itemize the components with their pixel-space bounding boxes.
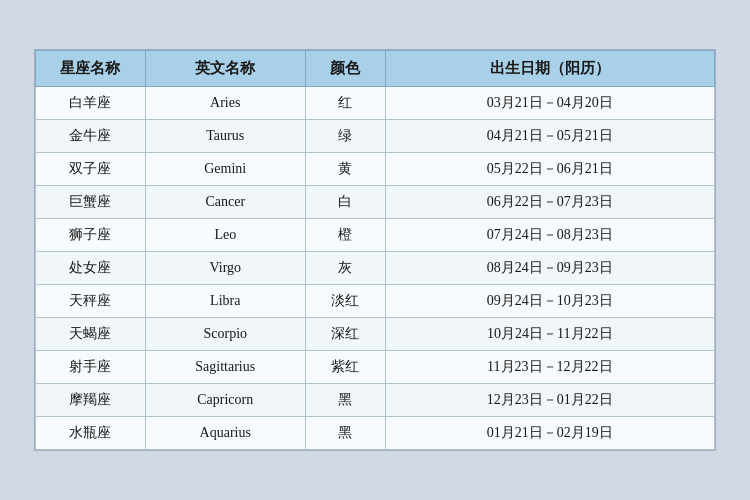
header-chinese: 星座名称 <box>36 51 146 87</box>
cell-color: 橙 <box>305 219 385 252</box>
cell-color: 黑 <box>305 384 385 417</box>
cell-chinese: 射手座 <box>36 351 146 384</box>
table-row: 天蝎座Scorpio深红10月24日－11月22日 <box>36 318 715 351</box>
cell-date: 12月23日－01月22日 <box>385 384 714 417</box>
table-row: 天秤座Libra淡红09月24日－10月23日 <box>36 285 715 318</box>
cell-english: Aquarius <box>145 417 305 450</box>
cell-chinese: 天秤座 <box>36 285 146 318</box>
cell-english: Leo <box>145 219 305 252</box>
table-row: 金牛座Taurus绿04月21日－05月21日 <box>36 120 715 153</box>
cell-date: 03月21日－04月20日 <box>385 87 714 120</box>
table-row: 狮子座Leo橙07月24日－08月23日 <box>36 219 715 252</box>
cell-color: 红 <box>305 87 385 120</box>
cell-chinese: 双子座 <box>36 153 146 186</box>
cell-english: Gemini <box>145 153 305 186</box>
cell-color: 黄 <box>305 153 385 186</box>
header-date: 出生日期（阳历） <box>385 51 714 87</box>
cell-english: Sagittarius <box>145 351 305 384</box>
cell-date: 05月22日－06月21日 <box>385 153 714 186</box>
cell-english: Virgo <box>145 252 305 285</box>
cell-date: 09月24日－10月23日 <box>385 285 714 318</box>
zodiac-table-container: 星座名称 英文名称 颜色 出生日期（阳历） 白羊座Aries红03月21日－04… <box>34 49 716 451</box>
cell-english: Aries <box>145 87 305 120</box>
cell-color: 白 <box>305 186 385 219</box>
table-body: 白羊座Aries红03月21日－04月20日金牛座Taurus绿04月21日－0… <box>36 87 715 450</box>
table-row: 巨蟹座Cancer白06月22日－07月23日 <box>36 186 715 219</box>
cell-chinese: 摩羯座 <box>36 384 146 417</box>
cell-color: 淡红 <box>305 285 385 318</box>
cell-date: 08月24日－09月23日 <box>385 252 714 285</box>
cell-chinese: 处女座 <box>36 252 146 285</box>
cell-color: 灰 <box>305 252 385 285</box>
header-color: 颜色 <box>305 51 385 87</box>
table-header-row: 星座名称 英文名称 颜色 出生日期（阳历） <box>36 51 715 87</box>
zodiac-table: 星座名称 英文名称 颜色 出生日期（阳历） 白羊座Aries红03月21日－04… <box>35 50 715 450</box>
cell-chinese: 狮子座 <box>36 219 146 252</box>
cell-english: Scorpio <box>145 318 305 351</box>
cell-color: 紫红 <box>305 351 385 384</box>
cell-english: Libra <box>145 285 305 318</box>
cell-chinese: 水瓶座 <box>36 417 146 450</box>
cell-english: Capricorn <box>145 384 305 417</box>
cell-english: Cancer <box>145 186 305 219</box>
cell-chinese: 天蝎座 <box>36 318 146 351</box>
cell-color: 绿 <box>305 120 385 153</box>
cell-date: 01月21日－02月19日 <box>385 417 714 450</box>
table-row: 处女座Virgo灰08月24日－09月23日 <box>36 252 715 285</box>
cell-date: 07月24日－08月23日 <box>385 219 714 252</box>
table-row: 摩羯座Capricorn黑12月23日－01月22日 <box>36 384 715 417</box>
cell-chinese: 金牛座 <box>36 120 146 153</box>
cell-date: 11月23日－12月22日 <box>385 351 714 384</box>
cell-date: 04月21日－05月21日 <box>385 120 714 153</box>
header-english: 英文名称 <box>145 51 305 87</box>
table-row: 水瓶座Aquarius黑01月21日－02月19日 <box>36 417 715 450</box>
table-row: 双子座Gemini黄05月22日－06月21日 <box>36 153 715 186</box>
cell-color: 深红 <box>305 318 385 351</box>
cell-date: 06月22日－07月23日 <box>385 186 714 219</box>
table-row: 白羊座Aries红03月21日－04月20日 <box>36 87 715 120</box>
cell-date: 10月24日－11月22日 <box>385 318 714 351</box>
table-row: 射手座Sagittarius紫红11月23日－12月22日 <box>36 351 715 384</box>
cell-chinese: 巨蟹座 <box>36 186 146 219</box>
cell-chinese: 白羊座 <box>36 87 146 120</box>
cell-color: 黑 <box>305 417 385 450</box>
cell-english: Taurus <box>145 120 305 153</box>
